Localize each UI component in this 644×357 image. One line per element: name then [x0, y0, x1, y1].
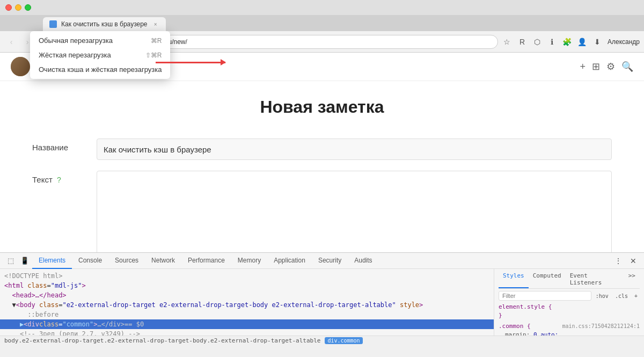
- back-button[interactable]: ‹: [4, 35, 18, 49]
- code-line: <!-- Зрел (рели 2.7, v3249) -->: [4, 329, 489, 336]
- download-icon[interactable]: ⬇: [590, 35, 604, 49]
- code-line: ::before: [4, 310, 489, 319]
- user-icon[interactable]: 👤: [575, 35, 589, 49]
- menu-shortcut: ⌘R: [151, 37, 162, 45]
- tab-favicon: [49, 20, 57, 28]
- status-badge: div.common: [325, 337, 362, 344]
- tab-close-icon[interactable]: ×: [152, 20, 159, 28]
- close-button[interactable]: [5, 4, 12, 11]
- devtools-more-actions: ⋮ ✕: [612, 254, 640, 267]
- tab-title: Как очистить кэш в браузере: [61, 20, 148, 28]
- text-label: Текст ?: [32, 171, 86, 184]
- name-label: Название: [32, 139, 86, 152]
- page-title: Новая заметка: [32, 97, 612, 117]
- menu-item-clear-cache-reload[interactable]: Очистка кэша и жёсткая перезагрузка: [30, 62, 170, 77]
- styles-filter[interactable]: [499, 291, 591, 301]
- devtools-tab-audits[interactable]: Audits: [348, 253, 378, 269]
- user-avatar: [11, 57, 30, 76]
- title-bar: [0, 0, 644, 15]
- code-line-selected[interactable]: ▶<div class="common">…</div> == $0: [0, 319, 494, 329]
- settings-icon[interactable]: ⚙: [606, 61, 615, 72]
- code-line: ▼<body class="e2-external-drop-target e2…: [4, 300, 489, 310]
- code-line: <html class="mdl-js">: [4, 281, 489, 290]
- filter-row: :hov .cls +: [499, 291, 640, 301]
- reader-icon[interactable]: R: [515, 35, 529, 49]
- code-line: <head>…</head>: [4, 290, 489, 300]
- help-icon[interactable]: ?: [57, 176, 61, 184]
- search-icon[interactable]: 🔍: [621, 61, 633, 72]
- page-main: Новая заметка Название Текст ?: [0, 81, 644, 252]
- toolbar-icons: ☆ R ⬡ ℹ 🧩 👤 ⬇ Александр: [500, 35, 640, 49]
- context-menu: Обычная перезагрузка ⌘R Жёсткая перезагр…: [30, 31, 170, 79]
- styles-panel: Styles Computed Event Listeners >> :hov …: [494, 269, 644, 336]
- status-bar: body.e2-external-drop-target.e2-external…: [0, 336, 644, 345]
- devtools-more-icon[interactable]: ⋮: [612, 254, 625, 267]
- event-listeners-tab[interactable]: Event Listeners: [566, 271, 624, 288]
- styles-tabs: Styles Computed Event Listeners >>: [499, 271, 640, 289]
- menu-shortcut: ⇧⌘R: [145, 52, 162, 59]
- code-line: <!DOCTYPE html>: [4, 271, 489, 281]
- browser-tab[interactable]: Как очистить кэш в браузере ×: [43, 17, 166, 31]
- menu-item-hard-reload[interactable]: Жёсткая перезагрузка ⇧⌘R: [30, 48, 170, 62]
- text-row: Текст ?: [32, 171, 612, 252]
- dom-tree: <!DOCTYPE html> <html class="mdl-js"> <h…: [0, 269, 494, 336]
- name-input[interactable]: [97, 139, 612, 160]
- status-path: body.e2-external-drop-target.e2-external…: [4, 337, 320, 344]
- devtools-tab-elements[interactable]: Elements: [32, 253, 72, 269]
- traffic-lights: [5, 4, 31, 11]
- devtools-tab-performance[interactable]: Performance: [181, 253, 231, 269]
- computed-tab[interactable]: Computed: [529, 271, 566, 288]
- style-rule: element.style { }: [499, 303, 640, 320]
- menu-item-label: Жёсткая перезагрузка: [39, 51, 111, 59]
- name-row: Название: [32, 139, 612, 160]
- tab-bar: Как очистить кэш в браузере ×: [0, 15, 644, 31]
- menu-item-normal-reload[interactable]: Обычная перезагрузка ⌘R: [30, 33, 170, 48]
- devtools-tab-sources[interactable]: Sources: [108, 253, 145, 269]
- menu-item-label: Обычная перезагрузка: [39, 37, 113, 45]
- wallet-icon[interactable]: ⬡: [530, 35, 544, 49]
- devtools-tab-security[interactable]: Security: [312, 253, 348, 269]
- devtools-close-icon[interactable]: ✕: [627, 254, 640, 267]
- devtools-content: <!DOCTYPE html> <html class="mdl-js"> <h…: [0, 269, 644, 336]
- devtools-tab-console[interactable]: Console: [72, 253, 108, 269]
- header-actions: + ⊞ ⚙ 🔍: [580, 61, 633, 72]
- more-tabs[interactable]: >>: [624, 271, 640, 288]
- devtools-tab-memory[interactable]: Memory: [231, 253, 267, 269]
- devtools-device-icon[interactable]: 📱: [18, 254, 31, 267]
- page-content: Александр Писклов + ⊞ ⚙ 🔍 Новая заметка …: [0, 53, 644, 252]
- style-rule-common: .common { main.css:7150428212124:1 margi…: [499, 322, 640, 336]
- user-name: Александр: [608, 38, 640, 46]
- bookmark-icon[interactable]: ☆: [500, 35, 514, 49]
- devtools-tabs: Elements Console Sources Network Perform…: [32, 253, 611, 269]
- devtools-tab-network[interactable]: Network: [145, 253, 181, 269]
- menu-item-label: Очистка кэша и жёсткая перезагрузка: [39, 65, 162, 74]
- minimize-button[interactable]: [15, 4, 21, 11]
- text-textarea[interactable]: [97, 171, 612, 252]
- styles-tab[interactable]: Styles: [499, 271, 529, 288]
- devtools-tab-application[interactable]: Application: [267, 253, 312, 269]
- add-icon[interactable]: +: [580, 61, 586, 72]
- info-icon[interactable]: ℹ: [545, 35, 559, 49]
- devtools-toolbar: ⬚ 📱 Elements Console Sources Network Per…: [0, 253, 644, 269]
- grid-icon[interactable]: ⊞: [592, 61, 600, 72]
- devtools-panel: ⬚ 📱 Elements Console Sources Network Per…: [0, 252, 644, 336]
- extension-icon[interactable]: 🧩: [560, 35, 574, 49]
- devtools-elements-icon[interactable]: ⬚: [4, 254, 17, 267]
- maximize-button[interactable]: [25, 4, 31, 11]
- hov-toggle[interactable]: :hov: [594, 292, 611, 300]
- cls-toggle[interactable]: .cls: [613, 292, 630, 300]
- add-style[interactable]: +: [632, 292, 640, 300]
- arrow-indicator: [156, 62, 225, 63]
